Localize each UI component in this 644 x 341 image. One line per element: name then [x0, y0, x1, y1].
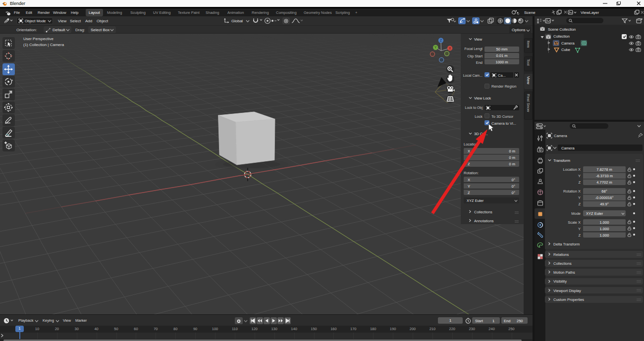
svg-text:Y: Y	[434, 46, 437, 49]
svg-text:Z: Z	[440, 39, 442, 42]
svg-text:X: X	[449, 47, 451, 50]
